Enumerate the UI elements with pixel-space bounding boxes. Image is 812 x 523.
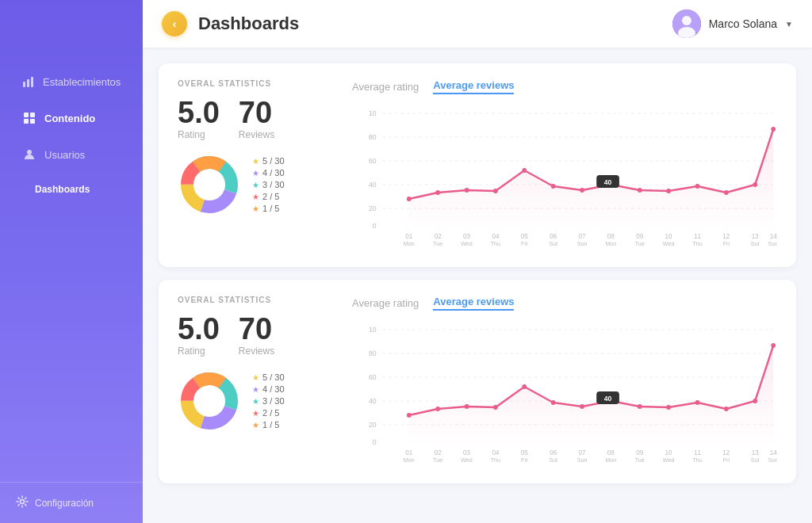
svg-text:Sun: Sun: [768, 240, 777, 247]
chart-icon: [22, 74, 35, 89]
svg-text:Fri: Fri: [521, 240, 528, 247]
svg-text:08: 08: [607, 449, 615, 456]
card2-star-2-text: 2 / 5: [262, 408, 279, 418]
svg-marker-91: [409, 345, 773, 445]
card-1-donut-chart: [178, 153, 241, 216]
card2-star-3-text: 3 / 30: [262, 396, 285, 406]
sidebar: Establecimientos Contenido Usuarios: [0, 0, 143, 523]
svg-text:11: 11: [694, 449, 701, 456]
star-2-text: 2 / 5: [262, 192, 279, 201]
card-1-star-breakdown: ★ 5 / 30 ★ 4 / 30 ★ 3 / 30 ★: [252, 156, 285, 213]
svg-text:10: 10: [665, 232, 672, 240]
card2-star-row-3: ★ 3 / 30: [252, 396, 285, 406]
svg-point-93: [435, 407, 440, 411]
card-2-reviews: 70 Reviews: [239, 314, 274, 357]
main-area: ‹ Dashboards Marco Solana ▼ OVERAL STAT: [143, 0, 812, 523]
svg-point-35: [551, 184, 556, 189]
svg-point-98: [580, 404, 584, 409]
card-2-stats: 5.0 Rating 70 Reviews: [178, 314, 336, 357]
svg-marker-29: [409, 129, 773, 228]
svg-point-105: [771, 343, 776, 348]
svg-point-39: [666, 189, 671, 193]
gear-icon: [16, 495, 29, 510]
svg-rect-2: [31, 77, 33, 87]
card-2-donut-area: ★ 5 / 30 ★ 4 / 30 ★ 3 / 30 ★: [178, 369, 336, 433]
card-1-reviews-value: 70: [239, 97, 274, 128]
avatar-image: [672, 10, 701, 38]
svg-point-41: [724, 190, 729, 195]
card-1-left: OVERAL STATISTICS 5.0 Rating 70 Reviews: [178, 79, 336, 251]
sidebar-item-usuarios[interactable]: Usuarios: [6, 138, 136, 171]
svg-rect-6: [30, 119, 35, 124]
card2-star-1-icon: ★: [252, 421, 259, 429]
page-title: Dashboards: [198, 13, 299, 34]
svg-text:02: 02: [435, 232, 442, 240]
card-1-right: Average rating Average reviews 10 80: [352, 79, 777, 251]
svg-text:Wed: Wed: [663, 456, 675, 464]
svg-rect-4: [30, 113, 35, 117]
sidebar-configuracion[interactable]: Configuración: [0, 482, 143, 523]
star-2-icon: ★: [252, 193, 259, 201]
sidebar-label-contenido: Contenido: [44, 113, 95, 124]
card-2-tab-avg-reviews[interactable]: Average reviews: [433, 296, 514, 311]
svg-text:03: 03: [463, 449, 470, 456]
card-2-right: Average rating Average reviews 10 80 60 …: [352, 296, 777, 468]
sidebar-item-contenido[interactable]: Contenido: [6, 101, 136, 135]
svg-text:05: 05: [521, 449, 528, 456]
svg-text:Thu: Thu: [692, 240, 702, 247]
card-2-rating-label: Rating: [178, 345, 220, 357]
svg-text:Mon: Mon: [404, 240, 415, 247]
svg-text:Sun: Sun: [577, 240, 588, 247]
svg-point-8: [21, 500, 25, 504]
card-2-tab-avg-rating[interactable]: Average rating: [352, 297, 419, 309]
svg-text:04: 04: [492, 232, 499, 240]
svg-text:12: 12: [722, 449, 730, 456]
sidebar-item-dashboards[interactable]: Dashboards: [6, 174, 136, 204]
svg-text:06: 06: [550, 232, 557, 240]
svg-point-42: [753, 182, 757, 187]
user-name: Marco Solana: [709, 17, 777, 30]
svg-text:14: 14: [770, 232, 777, 240]
card-1-reviews: 70 Reviews: [239, 97, 274, 140]
user-menu[interactable]: Marco Solana ▼: [672, 10, 793, 38]
card-2-donut-chart: [178, 369, 241, 433]
card2-star-row-5: ★ 5 / 30: [252, 372, 285, 382]
sidebar-item-establecimientos[interactable]: Establecimientos: [6, 65, 136, 98]
back-button[interactable]: ‹: [162, 11, 187, 36]
svg-text:Sut: Sut: [549, 456, 557, 464]
svg-text:Mon: Mon: [404, 456, 415, 464]
card-1-donut-area: ★ 5 / 30 ★ 4 / 30 ★ 3 / 30 ★: [178, 153, 336, 216]
svg-text:12: 12: [722, 232, 730, 240]
star-5-icon: ★: [252, 157, 259, 166]
svg-rect-0: [23, 82, 25, 87]
svg-point-101: [666, 405, 671, 410]
svg-text:Thu: Thu: [491, 456, 500, 464]
svg-text:Thu: Thu: [491, 240, 500, 247]
card-1-chart-tabs: Average rating Average reviews: [352, 79, 777, 94]
card-1-line-chart: 10 80 60 40 20 0: [352, 105, 777, 251]
svg-text:13: 13: [752, 449, 759, 456]
svg-rect-1: [27, 79, 29, 87]
svg-point-34: [522, 168, 527, 173]
sidebar-configuracion-label: Configuración: [35, 498, 94, 509]
star-row-5: ★ 5 / 30: [252, 156, 285, 166]
svg-text:Tue: Tue: [635, 456, 645, 464]
svg-text:Fri: Fri: [723, 456, 730, 464]
svg-text:60: 60: [369, 157, 377, 165]
card-2-reviews-value: 70: [239, 314, 274, 344]
card-1-rating-label: Rating: [178, 129, 220, 140]
svg-text:04: 04: [492, 449, 499, 456]
card-1-tab-avg-rating[interactable]: Average rating: [352, 81, 419, 93]
svg-point-36: [580, 188, 584, 193]
svg-text:14: 14: [770, 449, 777, 456]
card-1-tab-avg-reviews[interactable]: Average reviews: [433, 79, 514, 94]
star-row-3: ★ 3 / 30: [252, 180, 285, 189]
svg-point-31: [435, 190, 440, 195]
card-1-section-label: OVERAL STATISTICS: [178, 79, 336, 88]
svg-text:Sut: Sut: [751, 240, 760, 247]
svg-point-79: [195, 387, 224, 415]
card2-star-5-icon: ★: [252, 373, 259, 382]
svg-text:40: 40: [604, 395, 612, 403]
svg-point-40: [695, 184, 700, 189]
svg-text:80: 80: [369, 133, 377, 141]
